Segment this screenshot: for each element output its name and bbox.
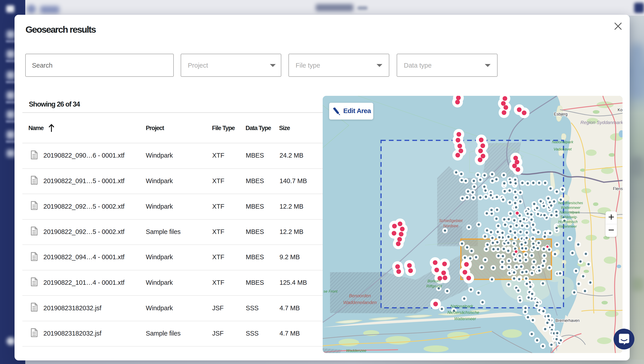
svg-text:se Front: se Front xyxy=(324,289,338,293)
svg-text:Bremerhaven: Bremerhaven xyxy=(556,318,580,323)
svg-text:Waddenzee: Waddenzee xyxy=(346,348,366,353)
svg-text:Borkum: Borkum xyxy=(428,279,441,283)
svg-text:Vadehavet: Vadehavet xyxy=(554,147,572,151)
svg-text:Wattenmeer: Wattenmeer xyxy=(558,225,577,228)
svg-text:Waddeneilanden: Waddeneilanden xyxy=(343,300,377,305)
svg-text:Niedersächsische: Niedersächsische xyxy=(448,310,479,315)
svg-text:Nordsee: Nordsee xyxy=(443,224,458,228)
svg-text:Wattenmeer: Wattenmeer xyxy=(561,206,581,210)
svg-text:Schleswig-: Schleswig- xyxy=(560,215,577,219)
svg-text:Esbjerg: Esbjerg xyxy=(554,112,568,116)
svg-text:Riffgrund: Riffgrund xyxy=(426,284,442,288)
svg-text:Benoorden: Benoorden xyxy=(349,293,371,298)
svg-text:Nationalpark: Nationalpark xyxy=(560,211,580,214)
svg-text:Nationalpark: Nationalpark xyxy=(552,140,574,144)
svg-text:Nordfriesisches: Nordfriesisches xyxy=(558,201,583,205)
svg-text:Holsteinisch: Holsteinisch xyxy=(558,220,578,224)
svg-text:Nationalpark: Nationalpark xyxy=(450,304,473,308)
svg-text:Wattenmeer: Wattenmeer xyxy=(454,316,476,321)
svg-text:Kold: Kold xyxy=(618,108,622,112)
svg-text:Schießgebiet: Schießgebiet xyxy=(439,219,463,223)
svg-text:Region Syddanmark: Region Syddanmark xyxy=(580,120,622,125)
svg-text:Flensb: Flensb xyxy=(613,187,622,191)
